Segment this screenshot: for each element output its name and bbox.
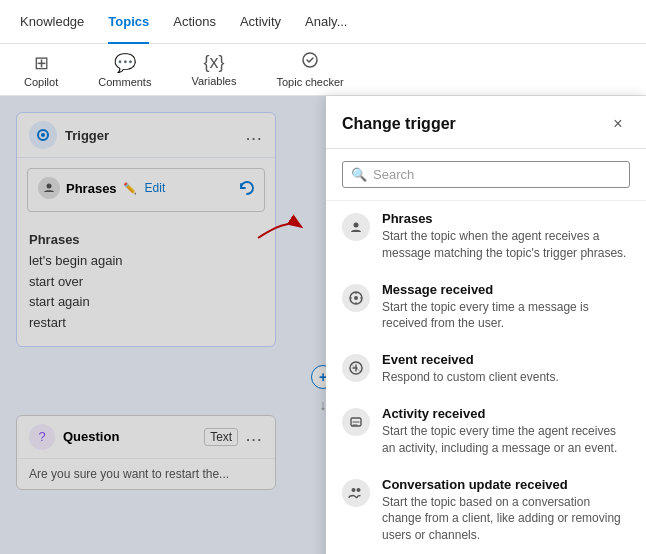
phrases-option-icon — [342, 213, 370, 241]
activity-option-desc: Start the topic every time the agent rec… — [382, 423, 630, 457]
comments-icon: 💬 — [114, 52, 136, 74]
svg-point-10 — [357, 488, 361, 492]
trigger-option-message[interactable]: Message received Start the topic every t… — [326, 272, 646, 343]
event-option-desc: Respond to custom client events. — [382, 369, 559, 386]
trigger-option-phrases[interactable]: Phrases Start the topic when the agent r… — [326, 201, 646, 272]
nav-analytics[interactable]: Analy... — [293, 0, 359, 44]
top-nav: Knowledge Topics Actions Activity Analy.… — [0, 0, 646, 44]
event-option-icon — [342, 354, 370, 382]
toolbar-topic-checker[interactable]: Topic checker — [268, 47, 351, 92]
toolbar-copilot[interactable]: ⊞ Copilot — [16, 48, 66, 92]
activity-option-icon — [342, 408, 370, 436]
message-option-icon — [342, 284, 370, 312]
main-area: Trigger ... Phrases ✏️ Edit — [0, 96, 646, 554]
variables-icon: {x} — [203, 52, 224, 73]
event-option-name: Event received — [382, 352, 559, 367]
nav-activity[interactable]: Activity — [228, 0, 293, 44]
search-input[interactable] — [373, 167, 621, 182]
phrases-option-name: Phrases — [382, 211, 630, 226]
search-container: 🔍 — [326, 149, 646, 201]
search-box: 🔍 — [342, 161, 630, 188]
toolbar-variables[interactable]: {x} Variables — [183, 48, 244, 91]
trigger-option-activity[interactable]: Activity received Start the topic every … — [326, 396, 646, 467]
triggers-list: Phrases Start the topic when the agent r… — [326, 201, 646, 554]
activity-option-name: Activity received — [382, 406, 630, 421]
dialog-title: Change trigger — [342, 115, 456, 133]
trigger-option-conversation[interactable]: Conversation update received Start the t… — [326, 467, 646, 554]
svg-point-9 — [352, 488, 356, 492]
copilot-icon: ⊞ — [34, 52, 49, 74]
conversation-option-name: Conversation update received — [382, 477, 630, 492]
toolbar: ⊞ Copilot 💬 Comments {x} Variables Topic… — [0, 44, 646, 96]
message-option-name: Message received — [382, 282, 630, 297]
dialog-header: Change trigger × — [326, 96, 646, 149]
nav-knowledge[interactable]: Knowledge — [8, 0, 96, 44]
svg-point-4 — [354, 223, 359, 228]
trigger-option-event[interactable]: Event received Respond to custom client … — [326, 342, 646, 396]
search-icon: 🔍 — [351, 167, 367, 182]
toolbar-comments[interactable]: 💬 Comments — [90, 48, 159, 92]
close-dialog-button[interactable]: × — [606, 112, 630, 136]
phrases-option-desc: Start the topic when the agent receives … — [382, 228, 630, 262]
conversation-option-desc: Start the topic based on a conversation … — [382, 494, 630, 544]
message-option-desc: Start the topic every time a message is … — [382, 299, 630, 333]
nav-actions[interactable]: Actions — [161, 0, 228, 44]
conversation-option-icon — [342, 479, 370, 507]
topic-checker-icon — [301, 51, 319, 74]
svg-point-6 — [354, 296, 358, 300]
change-trigger-dialog: Change trigger × 🔍 Ph — [326, 96, 646, 554]
nav-topics[interactable]: Topics — [96, 0, 161, 44]
